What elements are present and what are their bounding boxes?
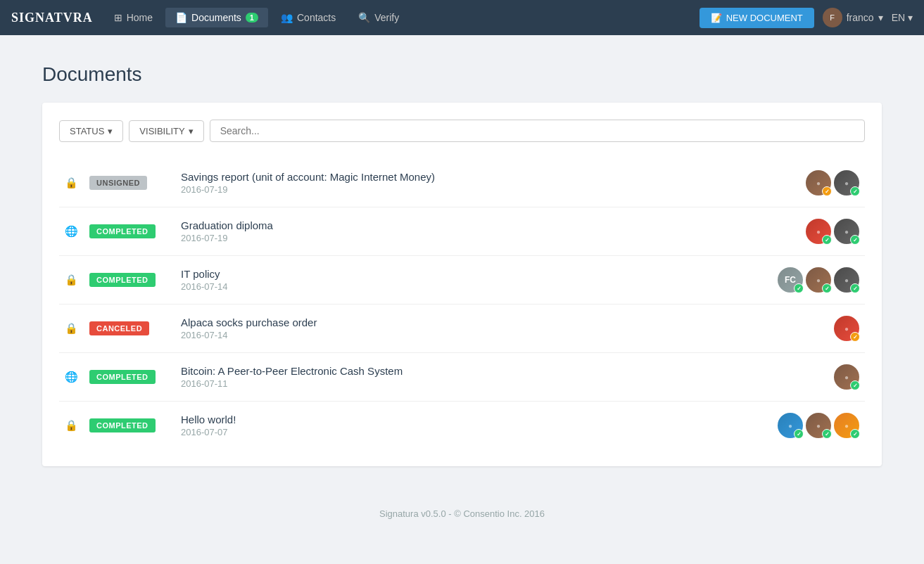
avatar: ● ✓ xyxy=(834,267,859,293)
footer: Signatura v0.5.0 - © Consentio Inc. 2016 xyxy=(0,494,924,533)
visibility-filter-button[interactable]: VISIBILITY ▾ xyxy=(129,120,203,142)
search-input[interactable] xyxy=(210,120,865,142)
lang-caret: ▾ xyxy=(908,12,913,23)
status-badge: COMPLETED xyxy=(89,273,156,287)
globe-icon: 🌐 xyxy=(65,371,78,383)
table-row: 🔒 COMPLETED Hello world! 2016-07-07 ● ✓ … xyxy=(59,402,865,450)
avatar-group: ● ✓ xyxy=(730,364,859,390)
documents-table: 🔒 UNSIGNED Savings report (unit of accou… xyxy=(59,159,865,449)
brand-logo: SIGNATVRA xyxy=(11,11,93,25)
navbar-right: 📝 NEW DOCUMENT F franco ▾ EN ▾ xyxy=(700,8,913,28)
doc-title[interactable]: Graduation diploma xyxy=(181,219,719,231)
lang-label: EN xyxy=(892,12,905,23)
nav-documents[interactable]: 📄 Documents 1 xyxy=(165,8,268,27)
page-title: Documents xyxy=(42,63,882,86)
main-content: Documents STATUS ▾ VISIBILITY ▾ 🔒 UNSIGN… xyxy=(0,35,924,494)
table-row: 🌐 COMPLETED Bitcoin: A Peer-to-Peer Elec… xyxy=(59,353,865,402)
user-menu[interactable]: F franco ▾ xyxy=(823,8,883,27)
avatar: FC ✓ xyxy=(778,267,803,293)
avatar: ● ✓ xyxy=(834,316,859,341)
doc-date: 2016-07-14 xyxy=(181,281,719,292)
visibility-cell: 🔒 xyxy=(59,305,84,353)
nav-contacts[interactable]: 👥 Contacts xyxy=(271,8,346,27)
language-menu[interactable]: EN ▾ xyxy=(892,12,913,23)
doc-info-cell: Hello world! 2016-07-07 xyxy=(175,402,724,450)
new-doc-icon: 📝 xyxy=(711,13,722,23)
doc-info-cell: Graduation diploma 2016-07-19 xyxy=(175,207,724,256)
nav-documents-label: Documents xyxy=(191,12,241,23)
doc-title[interactable]: Bitcoin: A Peer-to-Peer Electronic Cash … xyxy=(181,365,719,377)
status-cell: COMPLETED xyxy=(84,256,175,305)
visibility-cell: 🔒 xyxy=(59,159,84,207)
table-row: 🔒 CANCELED Alpaca socks purchase order 2… xyxy=(59,305,865,353)
doc-title[interactable]: Savings report (unit of account: Magic I… xyxy=(181,171,719,183)
doc-date: 2016-07-07 xyxy=(181,427,719,437)
status-cell: CANCELED xyxy=(84,305,175,353)
avatar: ● ✓ xyxy=(806,413,831,438)
status-badge: UNSIGNED xyxy=(89,176,147,190)
status-filter-caret: ▾ xyxy=(108,126,113,136)
avatar: ● ✓ xyxy=(806,170,831,196)
doc-title[interactable]: Hello world! xyxy=(181,414,719,425)
lock-icon: 🔒 xyxy=(65,419,78,431)
doc-info-cell: IT policy 2016-07-14 xyxy=(175,256,724,305)
avatar-group: ● ✓ xyxy=(730,316,859,341)
avatars-cell: ● ✓ ● ✓ xyxy=(724,207,865,256)
user-dropdown-caret: ▾ xyxy=(878,12,883,23)
avatars-cell: ● ✓ ● ✓ ● ✓ xyxy=(724,402,865,450)
nav-home-label: Home xyxy=(127,12,153,23)
navbar: SIGNATVRA ⊞ Home 📄 Documents 1 👥 Contact… xyxy=(0,0,924,35)
grid-icon: ⊞ xyxy=(114,12,122,23)
status-filter-label: STATUS xyxy=(70,126,104,136)
lock-icon: 🔒 xyxy=(65,322,78,334)
doc-icon: 📄 xyxy=(175,12,187,23)
avatar: ● ✓ xyxy=(806,219,831,244)
status-filter-button[interactable]: STATUS ▾ xyxy=(59,120,123,142)
status-badge: COMPLETED xyxy=(89,370,156,384)
visibility-cell: 🔒 xyxy=(59,402,84,450)
avatar-group: ● ✓ ● ✓ xyxy=(730,219,859,244)
status-cell: COMPLETED xyxy=(84,402,175,450)
avatar: ● ✓ xyxy=(834,219,859,244)
status-badge: COMPLETED xyxy=(89,224,156,238)
visibility-filter-label: VISIBILITY xyxy=(139,126,184,136)
user-avatar: F xyxy=(823,8,842,27)
user-name: franco xyxy=(847,12,874,23)
footer-text: Signatura v0.5.0 - © Consentio Inc. 2016 xyxy=(379,508,545,519)
users-icon: 👥 xyxy=(281,12,293,23)
nav-verify[interactable]: 🔍 Verify xyxy=(348,8,409,27)
table-row: 🌐 COMPLETED Graduation diploma 2016-07-1… xyxy=(59,207,865,256)
filters-bar: STATUS ▾ VISIBILITY ▾ xyxy=(59,120,865,142)
new-doc-label: NEW DOCUMENT xyxy=(726,13,803,23)
visibility-filter-caret: ▾ xyxy=(189,126,194,136)
doc-info-cell: Savings report (unit of account: Magic I… xyxy=(175,159,724,207)
avatars-cell: ● ✓ ● ✓ xyxy=(724,159,865,207)
table-row: 🔒 COMPLETED IT policy 2016-07-14 FC ✓ ● xyxy=(59,256,865,305)
visibility-cell: 🌐 xyxy=(59,207,84,256)
doc-date: 2016-07-19 xyxy=(181,184,719,195)
visibility-cell: 🌐 xyxy=(59,353,84,402)
nav-verify-label: Verify xyxy=(374,12,399,23)
status-cell: UNSIGNED xyxy=(84,159,175,207)
lock-icon: 🔒 xyxy=(65,274,78,286)
status-cell: COMPLETED xyxy=(84,207,175,256)
new-document-button[interactable]: 📝 NEW DOCUMENT xyxy=(700,8,814,28)
visibility-cell: 🔒 xyxy=(59,256,84,305)
doc-info-cell: Alpaca socks purchase order 2016-07-14 xyxy=(175,305,724,353)
status-cell: COMPLETED xyxy=(84,353,175,402)
avatar-group: ● ✓ ● ✓ xyxy=(730,170,859,196)
avatar-group: FC ✓ ● ✓ ● ✓ xyxy=(730,267,859,293)
nav-home[interactable]: ⊞ Home xyxy=(104,8,163,27)
doc-info-cell: Bitcoin: A Peer-to-Peer Electronic Cash … xyxy=(175,353,724,402)
doc-title[interactable]: Alpaca socks purchase order xyxy=(181,316,719,328)
avatars-cell: ● ✓ xyxy=(724,305,865,353)
documents-card: STATUS ▾ VISIBILITY ▾ 🔒 UNSIGNED Savings… xyxy=(42,103,882,466)
avatar: ● ✓ xyxy=(834,364,859,390)
doc-title[interactable]: IT policy xyxy=(181,268,719,280)
table-row: 🔒 UNSIGNED Savings report (unit of accou… xyxy=(59,159,865,207)
documents-badge: 1 xyxy=(246,13,258,23)
status-badge: COMPLETED xyxy=(89,418,156,432)
doc-date: 2016-07-19 xyxy=(181,233,719,243)
globe-icon: 🌐 xyxy=(65,225,78,237)
avatar: ● ✓ xyxy=(778,413,803,438)
